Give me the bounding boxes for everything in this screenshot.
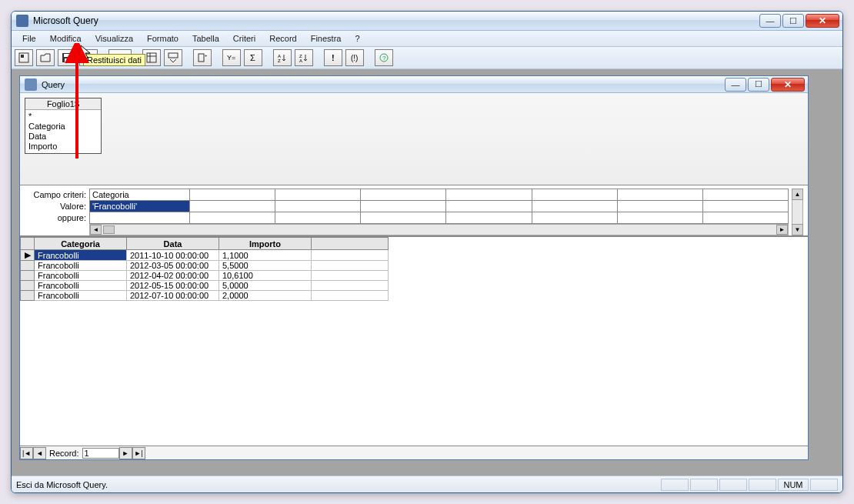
- table-field-list[interactable]: Foglio1$ * Categoria Data Importo: [25, 98, 102, 154]
- menu-criteri[interactable]: Criteri: [227, 32, 262, 45]
- cell[interactable]: [312, 291, 389, 301]
- menu-record[interactable]: Record: [263, 32, 302, 45]
- cell[interactable]: 5,0000: [219, 281, 312, 291]
- criteria-equals-icon[interactable]: Y=: [222, 49, 241, 66]
- criteria-grid[interactable]: Categoria 'Francobolli' ◄: [89, 189, 789, 235]
- cell[interactable]: [312, 281, 389, 291]
- sort-asc-icon[interactable]: AZ: [273, 49, 292, 66]
- cell[interactable]: 10,6100: [219, 271, 312, 281]
- titlebar[interactable]: Microsoft Query — ☐ ✕: [12, 12, 842, 31]
- col-header[interactable]: Categoria: [35, 238, 127, 250]
- record-navigator: |◄ ◄ Record: ► ►|: [20, 446, 808, 459]
- help-icon[interactable]: ?: [375, 49, 393, 66]
- last-record-button[interactable]: ►|: [132, 447, 145, 459]
- row-selector[interactable]: [21, 281, 35, 291]
- criteria-value-cell[interactable]: 'Francobolli': [90, 201, 190, 212]
- svg-text:Y=: Y=: [227, 54, 235, 62]
- cell[interactable]: 2011-10-10 00:00:00: [127, 250, 219, 261]
- child-minimize-button[interactable]: —: [725, 78, 746, 92]
- app-icon: [16, 15, 28, 27]
- window-title: Microsoft Query: [33, 15, 758, 26]
- show-criteria-icon[interactable]: [164, 49, 182, 66]
- status-cell: [690, 479, 718, 491]
- numlock-indicator: NUM: [778, 479, 809, 491]
- row-selector[interactable]: [21, 271, 35, 281]
- cell[interactable]: 1,1000: [219, 250, 312, 261]
- child-titlebar[interactable]: Query — ☐ ✕: [20, 76, 808, 93]
- minimize-button[interactable]: —: [759, 14, 781, 28]
- first-record-button[interactable]: |◄: [20, 447, 33, 459]
- scroll-down-icon[interactable]: ▼: [792, 224, 803, 235]
- field-item[interactable]: Data: [28, 132, 98, 142]
- criteria-or-label: oppure:: [25, 212, 86, 224]
- scroll-right-icon[interactable]: ►: [776, 225, 788, 235]
- cell[interactable]: [312, 250, 389, 261]
- menu-formato[interactable]: Formato: [141, 32, 185, 45]
- cell[interactable]: Francobolli: [35, 271, 127, 281]
- scroll-thumb[interactable]: [103, 225, 115, 234]
- menu-help[interactable]: ?: [349, 32, 365, 45]
- query-child-window: Query — ☐ ✕ Foglio1$ * Categoria Data Im…: [19, 75, 809, 460]
- results-pane: Categoria Data Importo ▶ Francobolli 201…: [20, 236, 808, 459]
- record-number-input[interactable]: [82, 448, 119, 459]
- menu-visualizza[interactable]: Visualizza: [89, 32, 139, 45]
- menubar: File Modifica Visualizza Formato Tabella…: [12, 31, 842, 47]
- cell[interactable]: 2012-05-15 00:00:00: [127, 281, 219, 291]
- record-label: Record:: [46, 449, 82, 458]
- child-maximize-button[interactable]: ☐: [748, 78, 769, 92]
- query-now-icon[interactable]: !: [324, 49, 342, 66]
- menu-finestra[interactable]: Finestra: [305, 32, 348, 45]
- add-table-icon[interactable]: +: [193, 49, 212, 66]
- field-item[interactable]: Importo: [28, 142, 98, 152]
- statusbar: Esci da Microsoft Query. NUM: [12, 476, 842, 492]
- totals-icon[interactable]: Σ: [244, 49, 262, 66]
- col-header[interactable]: Data: [127, 238, 219, 250]
- results-grid[interactable]: Categoria Data Importo ▶ Francobolli 201…: [20, 236, 808, 446]
- criteria-hscrollbar[interactable]: ◄ ►: [89, 224, 789, 235]
- next-record-button[interactable]: ►: [119, 447, 132, 459]
- cell[interactable]: 2012-04-02 00:00:00: [127, 271, 219, 281]
- cell[interactable]: Francobolli: [35, 281, 127, 291]
- criteria-field-label: Campo criteri:: [25, 189, 86, 201]
- svg-rect-6: [147, 53, 156, 62]
- col-header-empty[interactable]: [312, 238, 389, 250]
- cell[interactable]: Francobolli: [35, 261, 127, 271]
- col-header[interactable]: Importo: [219, 238, 312, 250]
- cell[interactable]: 2012-03-05 00:00:00: [127, 261, 219, 271]
- criteria-vscrollbar[interactable]: ▲ ▼: [792, 189, 803, 235]
- menu-tabella[interactable]: Tabella: [186, 32, 225, 45]
- prev-record-button[interactable]: ◄: [33, 447, 46, 459]
- open-icon[interactable]: [36, 49, 55, 66]
- cell[interactable]: Francobolli: [35, 291, 127, 301]
- new-query-icon[interactable]: [15, 49, 33, 66]
- cell[interactable]: [312, 271, 389, 281]
- cell[interactable]: [312, 261, 389, 271]
- criteria-value-label: Valore:: [25, 201, 86, 212]
- maximize-button[interactable]: ☐: [782, 14, 804, 28]
- table-name: Foglio1$: [25, 98, 101, 110]
- criteria-field-cell[interactable]: Categoria: [90, 189, 190, 201]
- cell[interactable]: 2012-07-10 00:00:00: [127, 291, 219, 301]
- scroll-up-icon[interactable]: ▲: [792, 189, 803, 200]
- criteria-or-cell[interactable]: [90, 212, 190, 224]
- field-item[interactable]: *: [28, 112, 98, 122]
- child-close-button[interactable]: ✕: [771, 78, 805, 92]
- menu-modifica[interactable]: Modifica: [44, 32, 88, 45]
- cell[interactable]: 5,5000: [219, 261, 312, 271]
- row-selector[interactable]: [21, 291, 35, 301]
- sort-desc-icon[interactable]: ZA: [295, 49, 313, 66]
- auto-query-icon[interactable]: (!): [345, 49, 364, 66]
- child-window-icon: [25, 78, 37, 91]
- close-button[interactable]: ✕: [806, 14, 839, 28]
- scroll-left-icon[interactable]: ◄: [90, 225, 102, 235]
- menu-file[interactable]: File: [16, 32, 42, 45]
- tables-pane[interactable]: Foglio1$ * Categoria Data Importo: [20, 93, 808, 185]
- field-item[interactable]: Categoria: [28, 122, 98, 132]
- cell[interactable]: 2,0000: [219, 291, 312, 301]
- cell[interactable]: Francobolli: [35, 250, 127, 261]
- row-selector-current[interactable]: ▶: [21, 250, 35, 261]
- status-cell: [810, 479, 838, 491]
- tooltip: Restituisci dati: [83, 54, 145, 66]
- save-icon[interactable]: [58, 49, 76, 66]
- row-selector[interactable]: [21, 261, 35, 271]
